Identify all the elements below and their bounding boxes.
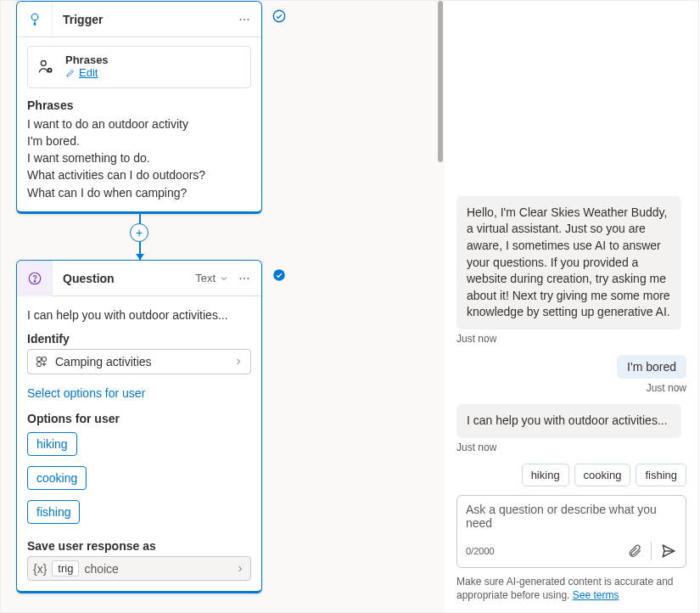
timestamp: Just now (456, 441, 686, 453)
trigger-title: Trigger (53, 13, 234, 26)
more-icon[interactable]: ··· (234, 271, 255, 286)
compose-placeholder[interactable]: Ask a question or describe what you need (466, 503, 677, 537)
variable-name: trig (52, 560, 79, 576)
question-icon (17, 261, 53, 296)
option-chip[interactable]: fishing (27, 500, 80, 524)
see-terms-link[interactable]: See terms (573, 589, 619, 601)
svg-point-6 (34, 280, 35, 281)
pencil-icon (65, 68, 76, 78)
question-prompt: I can help you with outdoor activities..… (27, 308, 251, 322)
more-icon[interactable]: ··· (234, 12, 255, 27)
select-options-link[interactable]: Select options for user (27, 386, 251, 400)
chevron-right-icon (235, 564, 245, 574)
disclaimer: Make sure AI-generated content is accura… (445, 575, 698, 612)
person-chat-icon (36, 58, 55, 76)
timestamp: Just now (456, 382, 686, 394)
compose-box[interactable]: Ask a question or describe what you need… (456, 495, 686, 568)
arrow-down-icon (136, 254, 144, 260)
chevron-down-icon[interactable] (219, 273, 229, 284)
user-message: I'm bored (617, 355, 686, 379)
edit-link-label: Edit (79, 66, 98, 79)
entity-icon (35, 355, 48, 368)
attachment-icon[interactable] (627, 543, 642, 559)
phrase-line: I want to do an outdoor activity (27, 115, 251, 132)
divider (651, 542, 652, 560)
phrases-card[interactable]: Phrases Edit (27, 46, 251, 88)
svg-point-7 (273, 269, 285, 281)
char-counter: 0/2000 (466, 546, 627, 556)
edit-link[interactable]: Edit (65, 66, 98, 79)
variable-icon: {x} (33, 562, 47, 576)
option-chip[interactable]: hiking (27, 432, 77, 456)
suggestion-chip[interactable]: hiking (522, 464, 569, 486)
bot-message: Hello, I'm Clear Skies Weather Buddy, a … (456, 196, 681, 329)
phrases-section-label: Phrases (27, 98, 251, 112)
svg-point-3 (41, 60, 46, 65)
phrase-line: What activities can I do outdoors? (27, 166, 251, 183)
svg-rect-9 (42, 357, 47, 362)
suggestion-chip[interactable]: fishing (636, 464, 686, 486)
phrase-line: What can I do when camping? (27, 184, 251, 201)
timestamp: Just now (456, 333, 686, 345)
option-chip[interactable]: cooking (27, 466, 87, 490)
bot-message: I can help you with outdoor activities..… (456, 404, 681, 438)
disclaimer-text: Make sure AI-generated content is accura… (456, 576, 674, 601)
checkmark-icon (272, 267, 287, 283)
checkmark-icon (272, 8, 287, 24)
identify-value: Camping activities (55, 355, 152, 368)
trigger-icon (17, 2, 53, 37)
svg-rect-8 (37, 357, 42, 362)
identify-label: Identify (27, 332, 251, 346)
variable-selector[interactable]: {x} trig choice (27, 556, 251, 581)
suggestion-chip[interactable]: cooking (574, 464, 631, 486)
question-title: Question (53, 272, 195, 285)
trigger-node[interactable]: Trigger ··· Phrases Edit Phrases I wa (16, 1, 262, 214)
svg-point-2 (273, 10, 285, 22)
question-node[interactable]: Question Text ··· I can help you with ou… (16, 260, 262, 593)
variable-subtype: choice (84, 562, 118, 576)
svg-rect-10 (37, 363, 42, 367)
phrases-card-title: Phrases (65, 53, 109, 66)
save-response-label: Save user response as (27, 539, 251, 553)
svg-point-0 (31, 14, 38, 20)
question-type-badge: Text (195, 272, 216, 284)
identify-selector[interactable]: Camping activities (27, 349, 251, 374)
add-node-button[interactable]: + (130, 223, 148, 242)
chevron-right-icon (233, 357, 244, 367)
flow-canvas: Trigger ··· Phrases Edit Phrases I wa (0, 0, 445, 613)
suggestion-row: hiking cooking fishing (456, 464, 686, 486)
send-icon[interactable] (660, 543, 677, 560)
phrase-line: I want something to do. (27, 149, 251, 166)
scrollbar-thumb[interactable] (438, 1, 443, 162)
options-label: Options for user (27, 412, 251, 425)
chat-panel: Hello, I'm Clear Skies Weather Buddy, a … (445, 0, 699, 613)
svg-point-1 (34, 23, 36, 25)
phrase-line: I'm bored. (27, 132, 251, 149)
